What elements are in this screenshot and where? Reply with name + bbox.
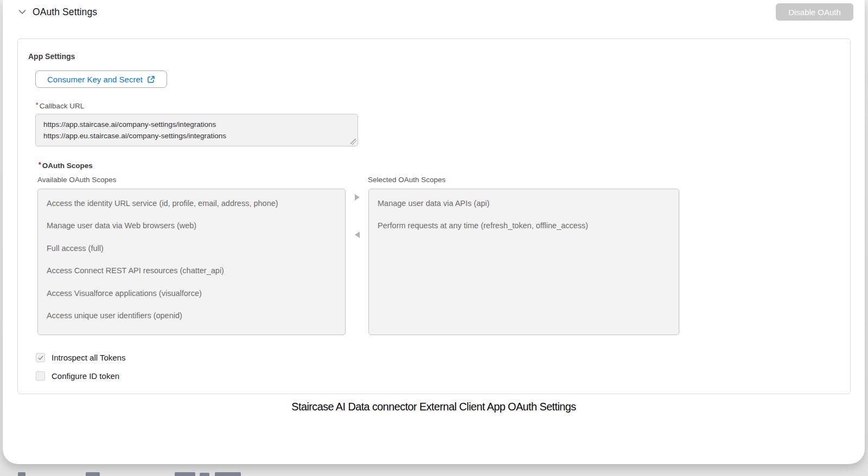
oauth-settings-section-toggle[interactable]: OAuth Settings — [17, 4, 97, 20]
checkbox-label: Configure ID token — [52, 371, 119, 381]
cutoff-text-fragment — [86, 472, 100, 476]
available-scopes-label: Available OAuth Scopes — [37, 176, 116, 184]
available-scopes-listbox[interactable]: Access the identity URL service (id, pro… — [37, 189, 346, 335]
figure-caption: Staircase AI Data connector External Cli… — [16, 400, 852, 413]
checkbox-row-introspect-all-tokens[interactable]: Introspect all Tokens — [36, 353, 125, 362]
move-to-selected-button[interactable] — [352, 192, 362, 203]
selected-scopes-label: Selected OAuth Scopes — [368, 176, 445, 184]
oauth-settings-card: OAuth Settings Disable OAuth App Setting… — [3, 0, 865, 464]
callback-url-textarea[interactable]: https://app.staircase.ai/company-setting… — [35, 114, 358, 146]
callback-url-line: https://app.staircase.ai/company-setting… — [43, 119, 350, 130]
scope-option[interactable]: Access Visualforce applications (visualf… — [38, 282, 345, 305]
cutoff-text-fragment — [200, 473, 209, 476]
cutoff-text-fragment — [175, 472, 195, 476]
scope-option[interactable]: Perform requests at any time (refresh_to… — [369, 215, 679, 237]
scope-option[interactable]: Full access (full) — [38, 237, 345, 260]
scope-option[interactable]: Manage user data via APIs (api) — [369, 192, 679, 215]
page: OAuth Settings Disable OAuth App Setting… — [0, 0, 868, 476]
oauth-scopes-label: * OAuth Scopes — [39, 162, 93, 170]
app-settings-heading: App Settings — [28, 52, 75, 61]
app-settings-panel: App Settings Consumer Key and Secret * C… — [17, 38, 851, 394]
move-to-available-button[interactable] — [352, 229, 362, 240]
cutoff-text-fragment — [18, 472, 25, 476]
required-asterisk: * — [36, 101, 39, 109]
move-left-arrow-icon — [355, 231, 360, 238]
check-icon — [37, 355, 44, 361]
chevron-down-icon[interactable] — [17, 7, 27, 17]
cutoff-text-fragment — [215, 472, 241, 476]
checkbox-checked[interactable] — [36, 353, 45, 362]
external-link-icon — [147, 75, 155, 83]
callback-url-line: https://app.eu.staircase.ai/company-sett… — [43, 130, 350, 141]
consumer-key-secret-button[interactable]: Consumer Key and Secret — [35, 70, 167, 88]
required-asterisk: * — [39, 161, 41, 169]
disable-oauth-button[interactable]: Disable OAuth — [776, 3, 853, 21]
scope-option[interactable]: Access Connect REST API resources (chatt… — [38, 260, 345, 282]
scope-option[interactable]: Access unique user identifiers (openid) — [38, 305, 345, 327]
selected-scopes-listbox[interactable]: Manage user data via APIs (api)Perform r… — [368, 189, 679, 335]
scope-option[interactable]: Access the identity URL service (id, pro… — [38, 192, 345, 215]
callback-url-label: * Callback URL — [36, 102, 84, 110]
page-title: OAuth Settings — [33, 7, 97, 18]
checkbox-unchecked[interactable] — [36, 371, 45, 381]
checkbox-row-configure-id-token[interactable]: Configure ID token — [36, 371, 119, 381]
scope-option[interactable]: Manage user data via Web browsers (web) — [38, 215, 345, 237]
checkbox-label: Introspect all Tokens — [52, 353, 125, 362]
consumer-key-secret-label: Consumer Key and Secret — [47, 75, 143, 84]
move-right-arrow-icon — [355, 194, 360, 201]
cutoff-text-remnants — [0, 471, 868, 476]
